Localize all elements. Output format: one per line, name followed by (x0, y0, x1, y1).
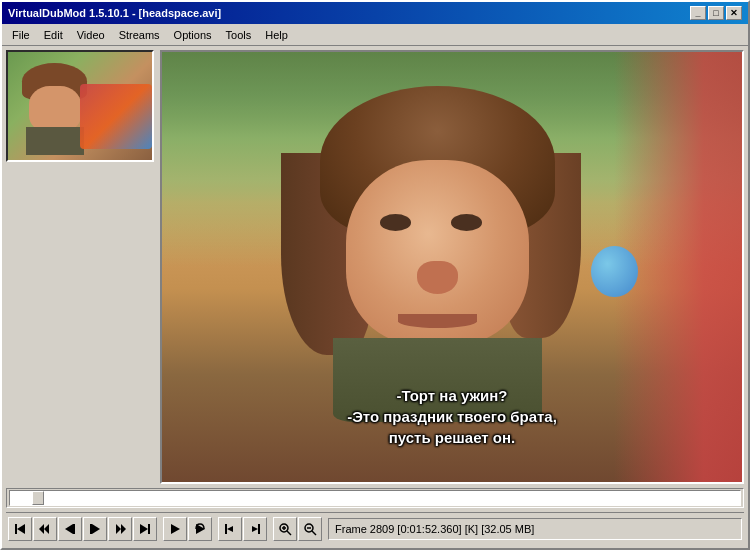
mark-out-button[interactable] (243, 517, 267, 541)
svg-marker-6 (92, 524, 100, 534)
toolbar-separator-4 (323, 517, 327, 541)
next-frame-icon (88, 522, 102, 536)
rewind-start-button[interactable] (8, 517, 32, 541)
zoom-in-icon (278, 522, 292, 536)
toolbar-separator-2 (213, 517, 217, 541)
menu-file[interactable]: File (6, 27, 36, 43)
prev-frame-button[interactable] (58, 517, 82, 541)
minimize-button[interactable]: _ (690, 6, 706, 20)
bottom-toolbar: Frame 2809 [0:01:52.360] [K] [32.05 MB] (6, 512, 744, 544)
play-loop-button[interactable] (188, 517, 212, 541)
thumbnail-frame (6, 50, 154, 162)
mark-in-icon (223, 522, 237, 536)
frame-status: Frame 2809 [0:01:52.360] [K] [32.05 MB] (335, 523, 534, 535)
next-key-button[interactable] (108, 517, 132, 541)
main-window: VirtualDubMod 1.5.10.1 - [headspace.avi]… (0, 0, 750, 550)
menu-options[interactable]: Options (168, 27, 218, 43)
timeline-area (6, 488, 744, 508)
window-title: VirtualDubMod 1.5.10.1 - [headspace.avi] (8, 7, 221, 19)
toolbar-separator-3 (268, 517, 272, 541)
svg-marker-2 (39, 524, 44, 534)
forward-end-icon (138, 522, 152, 536)
svg-line-19 (287, 531, 291, 535)
zoom-in-button[interactable] (273, 517, 297, 541)
zoom-out-icon (303, 522, 317, 536)
menu-bar: File Edit Video Streams Options Tools He… (2, 24, 748, 46)
thumbnail-scene (8, 52, 152, 160)
svg-marker-0 (15, 524, 17, 534)
zoom-out-button[interactable] (298, 517, 322, 541)
mark-out-icon (248, 522, 262, 536)
play-loop-icon (193, 522, 207, 536)
menu-tools[interactable]: Tools (220, 27, 258, 43)
play-icon (168, 522, 182, 536)
subtitle-line2: -Это праздник твоего брата, (347, 408, 557, 425)
subtitle-line3: пусть решает он. (389, 429, 516, 446)
timeline-track[interactable] (9, 490, 741, 506)
svg-marker-10 (140, 524, 148, 534)
play-button[interactable] (163, 517, 187, 541)
prev-key-icon (38, 522, 52, 536)
svg-marker-4 (65, 524, 73, 534)
subtitle-line1: -Торт на ужин? (396, 387, 507, 404)
menu-edit[interactable]: Edit (38, 27, 69, 43)
svg-marker-8 (116, 524, 121, 534)
mark-in-button[interactable] (218, 517, 242, 541)
svg-rect-16 (258, 524, 260, 534)
left-gray-panel (6, 166, 154, 484)
next-key-icon (113, 522, 127, 536)
left-panel (6, 50, 154, 484)
svg-rect-14 (225, 524, 227, 534)
timeline-thumb[interactable] (32, 491, 44, 505)
svg-marker-17 (252, 526, 258, 532)
thumb-shirt (26, 127, 84, 155)
svg-marker-12 (171, 524, 180, 534)
thumb-gifts (80, 84, 152, 149)
next-frame-button[interactable] (83, 517, 107, 541)
thumb-face (29, 86, 81, 132)
mouth (398, 314, 476, 327)
window-controls: _ □ ✕ (690, 6, 742, 20)
main-content: -Торт на ужин? -Это праздник твоего брат… (2, 46, 748, 548)
svg-marker-1 (17, 524, 25, 534)
eye-right (451, 214, 482, 231)
rewind-start-icon (13, 522, 27, 536)
toolbar-separator-1 (158, 517, 162, 541)
boy-face (307, 86, 568, 421)
close-button[interactable]: ✕ (726, 6, 742, 20)
svg-rect-11 (148, 524, 150, 534)
menu-help[interactable]: Help (259, 27, 294, 43)
svg-rect-7 (90, 524, 92, 534)
title-bar: VirtualDubMod 1.5.10.1 - [headspace.avi]… (2, 2, 748, 24)
prev-key-button[interactable] (33, 517, 57, 541)
forward-end-button[interactable] (133, 517, 157, 541)
eye-left (380, 214, 411, 231)
thumb-boy-figure (22, 63, 87, 155)
status-box: Frame 2809 [0:01:52.360] [K] [32.05 MB] (328, 518, 742, 540)
balloon (591, 246, 637, 298)
maximize-button[interactable]: □ (708, 6, 724, 20)
svg-line-23 (312, 531, 316, 535)
menu-video[interactable]: Video (71, 27, 111, 43)
prev-frame-icon (63, 522, 77, 536)
subtitle-overlay: -Торт на ужин? -Это праздник твоего брат… (162, 385, 742, 448)
svg-rect-5 (73, 524, 75, 534)
svg-marker-3 (44, 524, 49, 534)
svg-marker-9 (121, 524, 126, 534)
menu-streams[interactable]: Streams (113, 27, 166, 43)
svg-marker-15 (227, 526, 233, 532)
video-area: -Торт на ужин? -Это праздник твоего брат… (6, 50, 744, 484)
video-content: -Торт на ужин? -Это праздник твоего брат… (162, 52, 742, 482)
main-video-frame: -Торт на ужин? -Это праздник твоего брат… (160, 50, 744, 484)
